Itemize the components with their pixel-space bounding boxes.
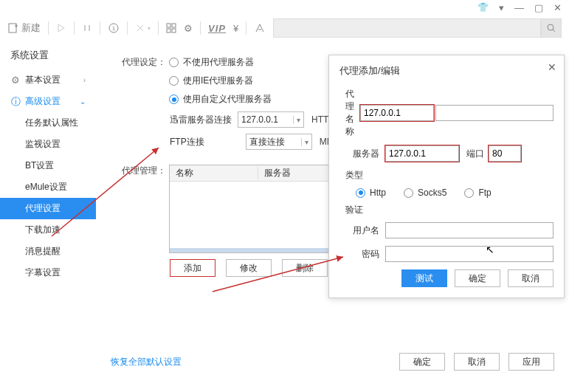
sidebar-item-bt[interactable]: BT设置 [0, 155, 96, 176]
sidebar-item-proxy[interactable]: 代理设置 [0, 198, 96, 219]
wallet-button[interactable]: ¥ [233, 23, 238, 34]
play-button[interactable] [56, 23, 66, 33]
new-button[interactable]: 新建 [7, 21, 41, 35]
select-value: 127.0.0.1 [241, 114, 278, 125]
separator [127, 21, 128, 35]
svg-marker-3 [58, 24, 64, 32]
test-button[interactable]: 测试 [401, 269, 447, 287]
titlebar: 👕 ▾ — ▢ ✕ [0, 0, 569, 15]
dialog-cancel-button[interactable]: 取消 [508, 269, 554, 287]
radio-ie-proxy[interactable]: 使用IE代理服务器 [169, 75, 253, 87]
svg-rect-11 [172, 24, 176, 27]
port-input[interactable] [489, 145, 521, 162]
xl-conn-select[interactable]: 127.0.0.1 [238, 111, 304, 128]
restore-defaults-link[interactable]: 恢复全部默认设置 [111, 356, 182, 368]
separator [246, 21, 246, 35]
svg-rect-10 [167, 24, 170, 27]
sidebar-item-emule[interactable]: eMule设置 [0, 176, 96, 198]
sidebar-section-basic[interactable]: ⚙ 基本设置 › [0, 69, 96, 91]
search-input[interactable] [273, 18, 541, 38]
svg-line-15 [553, 30, 555, 32]
apply-button[interactable]: 应用 [508, 353, 554, 371]
pause-button[interactable] [82, 23, 92, 33]
sidebar-section-advanced[interactable]: ⓘ 高级设置 ⌄ [0, 91, 96, 112]
ftp-select[interactable]: 直接连接 [246, 134, 312, 150]
server-input[interactable] [385, 145, 459, 162]
cursor-icon: ↖ [486, 244, 494, 255]
password-label: 密码 [339, 248, 379, 261]
proxy-name-label: 代理名称 [339, 88, 354, 138]
sidebar-item-notify[interactable]: 消息提醒 [0, 241, 96, 262]
edit-button[interactable]: 修改 [226, 259, 272, 277]
separator [200, 21, 201, 35]
svg-rect-0 [9, 24, 16, 32]
rocket-icon [254, 22, 266, 34]
radio-label: 不使用代理服务器 [183, 56, 254, 69]
vip-button[interactable]: VIP [208, 23, 226, 34]
radio-icon [169, 94, 179, 104]
new-label: 新建 [21, 21, 41, 35]
radio-http[interactable]: Http [356, 188, 386, 198]
sidebar-item-subtitle[interactable]: 字幕设置 [0, 262, 96, 283]
search-container [273, 18, 562, 38]
dialog-close-button[interactable]: ✕ [548, 61, 556, 73]
sidebar-item-accel[interactable]: 下载加速 [0, 219, 96, 241]
priority-button[interactable]: 1 [108, 22, 120, 34]
info-icon: ⓘ [10, 97, 21, 107]
separator [158, 21, 159, 35]
radio-no-proxy[interactable]: 不使用代理服务器 [169, 56, 254, 69]
skin-icon[interactable]: 👕 [477, 2, 489, 13]
svg-text:1: 1 [112, 25, 116, 32]
col-name: 名称 [170, 167, 258, 179]
username-input[interactable] [385, 222, 554, 238]
gear-icon: ⚙ [184, 23, 193, 34]
close-button[interactable]: ✕ [554, 2, 562, 13]
delete-button[interactable]: ▾ [135, 23, 151, 33]
qr-button[interactable] [166, 23, 176, 33]
radio-icon [169, 76, 179, 86]
delete-button[interactable]: 删除 [282, 259, 328, 277]
proxy-settings-label: 代理设定： [111, 56, 166, 69]
dialog-ok-button[interactable]: 确定 [455, 269, 500, 287]
sidebar-subitems: 任务默认属性 监视设置 BT设置 eMule设置 代理设置 下载加速 消息提醒 … [0, 112, 96, 283]
menu-dropdown-icon[interactable]: ▾ [499, 2, 504, 13]
wallet-icon: ¥ [233, 23, 238, 34]
svg-rect-12 [167, 29, 170, 32]
section-label: 基本设置 [25, 74, 61, 86]
ok-button[interactable]: 确定 [399, 353, 445, 371]
minimize-button[interactable]: — [514, 2, 524, 13]
sidebar-item-monitor[interactable]: 监视设置 [0, 134, 96, 155]
auth-heading: 验证 [345, 204, 554, 216]
proxy-mgmt-label: 代理管理： [111, 165, 166, 177]
chevron-down-icon: ⌄ [80, 97, 86, 106]
rocket-button[interactable] [254, 22, 266, 34]
play-icon [56, 23, 66, 33]
pause-icon [82, 23, 92, 33]
radio-label: Ftp [478, 188, 491, 198]
radio-ftp[interactable]: Ftp [464, 188, 491, 198]
radio-custom-proxy[interactable]: 使用自定义代理服务器 [169, 93, 272, 106]
type-heading: 类型 [345, 169, 554, 182]
separator [100, 21, 100, 35]
separator [48, 21, 49, 35]
settings-button[interactable]: ⚙ [184, 23, 193, 34]
radio-label: 使用IE代理服务器 [183, 75, 253, 87]
cancel-button[interactable]: 取消 [454, 353, 500, 371]
qr-icon [166, 23, 176, 33]
add-button[interactable]: 添加 [170, 259, 215, 277]
proxy-edit-dialog: 代理添加/编辑 ✕ 代理名称 服务器 端口 类型 Http Socks5 Ftp… [328, 55, 565, 298]
sidebar: 系统设置 ⚙ 基本设置 › ⓘ 高级设置 ⌄ 任务默认属性 监视设置 BT设置 … [0, 41, 96, 381]
radio-label: 使用自定义代理服务器 [183, 93, 272, 106]
svg-point-14 [548, 24, 554, 30]
proxy-name-input-ext[interactable] [435, 105, 554, 121]
radio-socks5[interactable]: Socks5 [404, 188, 446, 198]
maximize-button[interactable]: ▢ [534, 2, 543, 13]
sidebar-item-task-defaults[interactable]: 任务默认属性 [0, 112, 96, 134]
gear-icon: ⚙ [10, 75, 21, 86]
server-label: 服务器 [339, 148, 379, 160]
proxy-name-input[interactable] [360, 105, 434, 121]
username-label: 用户名 [339, 224, 379, 237]
password-input[interactable] [385, 246, 554, 262]
search-button[interactable] [541, 18, 562, 38]
priority-icon: 1 [108, 22, 120, 34]
